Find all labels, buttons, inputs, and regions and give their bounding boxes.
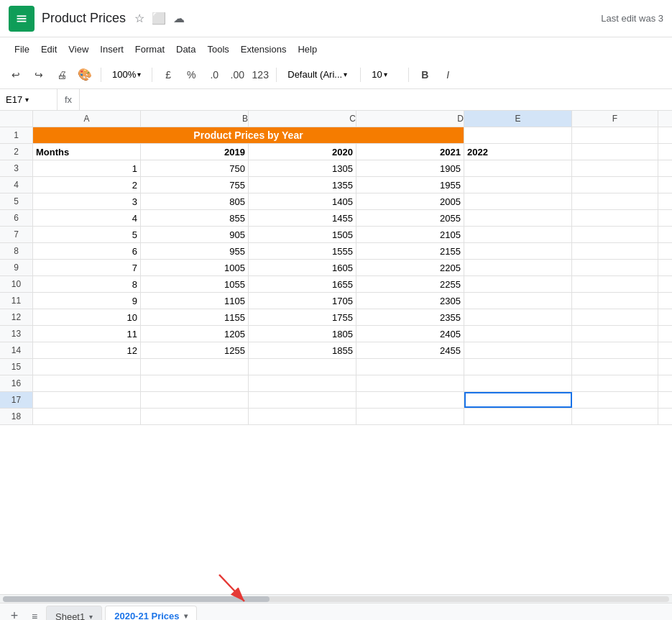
cell-f8[interactable] — [572, 243, 658, 259]
scrollbar-track[interactable] — [3, 596, 669, 602]
cell-d6[interactable]: 2055 — [356, 210, 464, 226]
cell-d2[interactable]: 2021 — [356, 144, 464, 160]
cell-e6[interactable] — [464, 210, 572, 226]
menu-format[interactable]: Format — [129, 41, 170, 58]
cell-f15[interactable] — [572, 359, 658, 375]
cell-c15[interactable] — [249, 359, 356, 375]
cell-c2[interactable]: 2020 — [249, 144, 356, 160]
cell-a13[interactable]: 11 — [33, 326, 141, 342]
cell-d13[interactable]: 2405 — [356, 326, 464, 342]
cell-e10[interactable] — [464, 276, 572, 292]
cell-c4[interactable]: 1355 — [249, 177, 356, 193]
cell-e15[interactable] — [464, 359, 572, 375]
cell-b18[interactable] — [141, 409, 249, 424]
cell-b8[interactable]: 955 — [141, 243, 249, 259]
cell-e18[interactable] — [464, 409, 572, 424]
cell-a4[interactable]: 2 — [33, 177, 141, 193]
undo-button[interactable]: ↩ — [6, 65, 26, 85]
cell-b10[interactable]: 1055 — [141, 276, 249, 292]
cell-c3[interactable]: 1305 — [249, 160, 356, 176]
sheet-tab-2020-21[interactable]: 2020-21 Prices ▾ — [105, 606, 196, 621]
cell-b17[interactable] — [141, 392, 249, 408]
scrollbar-thumb[interactable] — [3, 596, 270, 602]
cell-d4[interactable]: 1955 — [356, 177, 464, 193]
cell-e14[interactable] — [464, 342, 572, 358]
decimal-dec-button[interactable]: .00 — [227, 65, 247, 85]
cell-e9[interactable] — [464, 260, 572, 275]
cell-b15[interactable] — [141, 359, 249, 375]
cell-c6[interactable]: 1455 — [249, 210, 356, 226]
menu-data[interactable]: Data — [170, 41, 201, 58]
cell-c18[interactable] — [249, 409, 356, 424]
cell-c11[interactable]: 1705 — [249, 293, 356, 309]
star-icon[interactable]: ☆ — [134, 12, 144, 25]
cell-d15[interactable] — [356, 359, 464, 375]
formula-input[interactable] — [80, 94, 672, 105]
redo-button[interactable]: ↪ — [29, 65, 49, 85]
cell-e8[interactable] — [464, 243, 572, 259]
sheet-tab-sheet1[interactable]: Sheet1 ▾ — [46, 606, 102, 621]
add-sheet-button[interactable]: + — [6, 608, 23, 621]
col-header-e[interactable]: E — [464, 111, 572, 127]
cell-f14[interactable] — [572, 342, 658, 358]
cell-c10[interactable]: 1655 — [249, 276, 356, 292]
cell-c12[interactable]: 1755 — [249, 309, 356, 325]
cell-d7[interactable]: 2105 — [356, 227, 464, 242]
cell-f12[interactable] — [572, 309, 658, 325]
cell-a8[interactable]: 6 — [33, 243, 141, 259]
cell-f1[interactable] — [572, 127, 658, 143]
cell-d9[interactable]: 2205 — [356, 260, 464, 275]
cell-c16[interactable] — [249, 375, 356, 391]
menu-help[interactable]: Help — [292, 41, 323, 58]
cell-c17[interactable] — [249, 392, 356, 408]
cell-e5[interactable] — [464, 193, 572, 209]
cell-e2[interactable]: 2022 — [464, 144, 572, 160]
cell-b9[interactable]: 1005 — [141, 260, 249, 275]
cell-e7[interactable] — [464, 227, 572, 242]
cell-a11[interactable]: 9 — [33, 293, 141, 309]
menu-file[interactable]: File — [9, 41, 35, 58]
italic-button[interactable]: I — [438, 65, 458, 85]
paint-format-button[interactable]: 🎨 — [75, 65, 95, 85]
cell-d5[interactable]: 2005 — [356, 193, 464, 209]
col-header-a[interactable]: A — [33, 111, 141, 127]
cell-b3[interactable]: 750 — [141, 160, 249, 176]
currency-button[interactable]: £ — [158, 65, 178, 85]
cell-a14[interactable]: 12 — [33, 342, 141, 358]
cell-a1[interactable]: Product Prices by Year — [33, 127, 464, 143]
cell-c5[interactable]: 1405 — [249, 193, 356, 209]
cell-d10[interactable]: 2255 — [356, 276, 464, 292]
cell-b13[interactable]: 1205 — [141, 326, 249, 342]
cell-f13[interactable] — [572, 326, 658, 342]
cell-a18[interactable] — [33, 409, 141, 424]
cell-a7[interactable]: 5 — [33, 227, 141, 242]
cloud-icon[interactable]: ☁ — [173, 12, 185, 25]
cell-e3[interactable] — [464, 160, 572, 176]
cell-e16[interactable] — [464, 375, 572, 391]
cell-b6[interactable]: 855 — [141, 210, 249, 226]
cell-a10[interactable]: 8 — [33, 276, 141, 292]
cell-c13[interactable]: 1805 — [249, 326, 356, 342]
cell-a15[interactable] — [33, 359, 141, 375]
cell-a12[interactable]: 10 — [33, 309, 141, 325]
font-size-selector[interactable]: 10 ▾ — [367, 67, 402, 82]
sheet1-dropdown-icon[interactable]: ▾ — [89, 613, 93, 621]
cell-f4[interactable] — [572, 177, 658, 193]
cell-f2[interactable] — [572, 144, 658, 160]
cell-b12[interactable]: 1155 — [141, 309, 249, 325]
cell-c7[interactable]: 1505 — [249, 227, 356, 242]
cell-f3[interactable] — [572, 160, 658, 176]
cell-d14[interactable]: 2455 — [356, 342, 464, 358]
cell-f10[interactable] — [572, 276, 658, 292]
col-header-c[interactable]: C — [249, 111, 356, 127]
cell-d17[interactable] — [356, 392, 464, 408]
cell-a17[interactable] — [33, 392, 141, 408]
print-button[interactable]: 🖨 — [52, 65, 72, 85]
percent-button[interactable]: % — [181, 65, 201, 85]
cell-reference[interactable]: E17 ▾ — [0, 89, 57, 110]
bold-button[interactable]: B — [415, 65, 435, 85]
cell-c14[interactable]: 1855 — [249, 342, 356, 358]
menu-tools[interactable]: Tools — [201, 41, 234, 58]
cell-f6[interactable] — [572, 210, 658, 226]
cell-ref-dropdown[interactable]: ▾ — [25, 96, 29, 104]
